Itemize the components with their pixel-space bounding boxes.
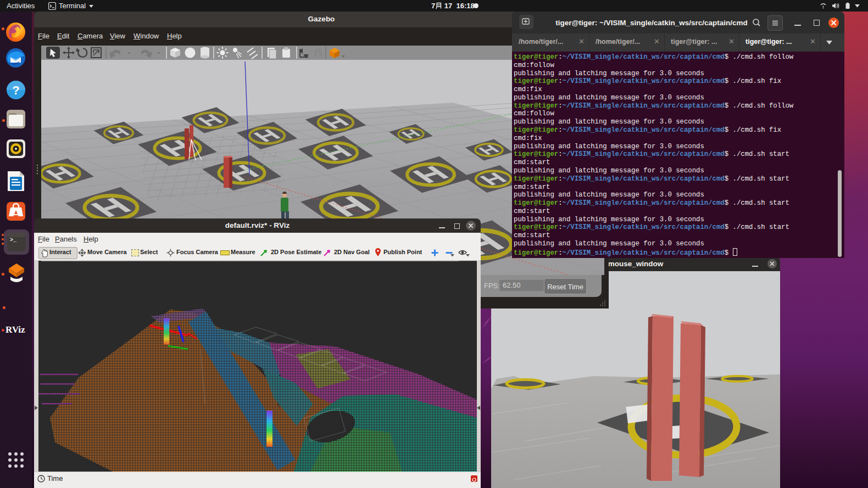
svg-text:?: ?: [12, 83, 19, 97]
svg-text:>_: >_: [10, 237, 17, 243]
